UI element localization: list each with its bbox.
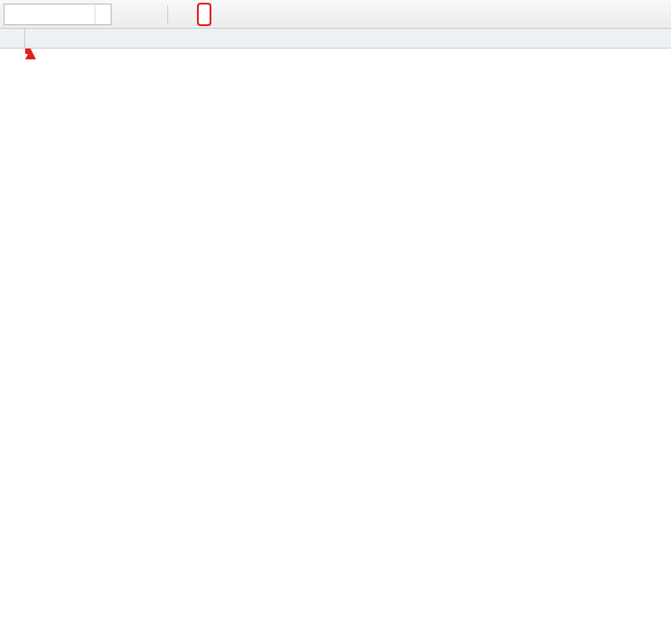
separator (167, 5, 168, 23)
select-all-corner[interactable] (0, 29, 25, 48)
name-box[interactable] (4, 7, 94, 22)
formula-bar-row (0, 0, 671, 29)
column-headers (0, 29, 671, 49)
formula-controls (124, 5, 184, 23)
name-box-container (4, 4, 112, 25)
name-box-dropdown[interactable] (94, 4, 111, 24)
formula-bar[interactable] (197, 3, 211, 26)
callout-arrow-head (25, 49, 36, 59)
